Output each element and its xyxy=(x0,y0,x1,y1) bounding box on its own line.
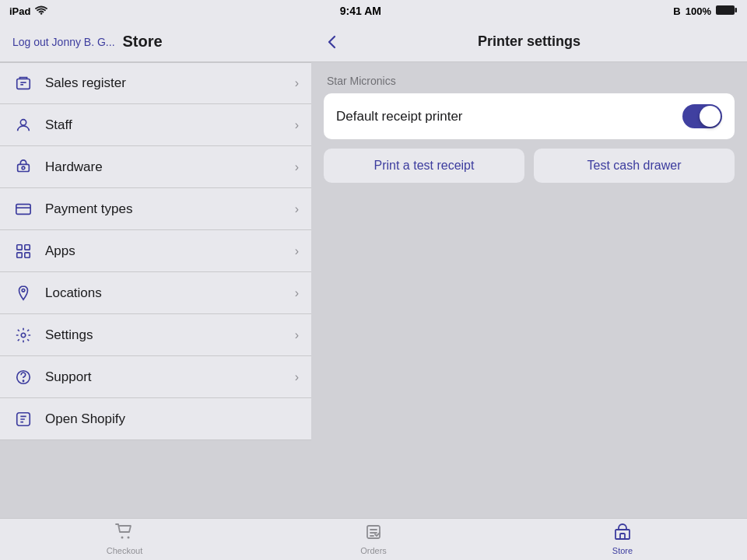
staff-icon xyxy=(12,117,34,134)
sidebar-item-locations[interactable]: Locations › xyxy=(0,272,311,314)
sidebar-item-support[interactable]: Support › xyxy=(0,356,311,398)
sidebar-label-support: Support xyxy=(45,369,295,385)
default-receipt-toggle[interactable] xyxy=(682,104,722,128)
svg-point-14 xyxy=(22,289,25,292)
sidebar-label-apps: Apps xyxy=(45,243,295,259)
support-icon xyxy=(12,369,34,386)
tab-store-label: Store xyxy=(612,546,633,555)
bluetooth-icon: B xyxy=(673,5,680,17)
svg-point-5 xyxy=(20,119,26,124)
action-buttons: Print a test receipt Test cash drawer xyxy=(324,149,735,183)
settings-icon xyxy=(12,327,34,344)
main-layout: Sales register › Staff › Hardware › Paym… xyxy=(0,62,747,518)
print-test-receipt-button[interactable]: Print a test receipt xyxy=(324,149,524,183)
tab-store[interactable]: Store xyxy=(498,523,747,555)
tab-checkout-label: Checkout xyxy=(107,546,142,555)
sidebar-item-hardware[interactable]: Hardware › xyxy=(0,146,311,188)
logout-link[interactable]: Log out Jonny B. G... xyxy=(12,36,115,48)
svg-rect-10 xyxy=(17,244,22,249)
register-icon xyxy=(12,75,34,92)
sidebar-item-apps[interactable]: Apps › xyxy=(0,230,311,272)
chevron-icon: › xyxy=(295,370,299,384)
sidebar-item-staff[interactable]: Staff › xyxy=(0,104,311,146)
sidebar-label-hardware: Hardware xyxy=(45,159,295,175)
status-left: iPad xyxy=(9,5,47,17)
chevron-icon: › xyxy=(295,286,299,300)
sidebar-label-payment-types: Payment types xyxy=(45,201,295,217)
header-left: Log out Jonny B. G... Store xyxy=(0,33,311,51)
shopify-icon xyxy=(12,411,34,428)
sidebar-label-locations: Locations xyxy=(45,285,295,301)
chevron-icon: › xyxy=(295,160,299,174)
sidebar-item-open-shopify[interactable]: Open Shopify xyxy=(0,398,311,440)
page-title: Printer settings xyxy=(478,33,580,50)
cart-icon xyxy=(115,523,134,544)
svg-rect-2 xyxy=(17,79,30,89)
status-right: B 100% xyxy=(673,5,738,18)
svg-rect-1 xyxy=(735,8,738,12)
svg-point-15 xyxy=(21,333,26,338)
chevron-icon: › xyxy=(295,76,299,90)
test-cash-drawer-button[interactable]: Test cash drawer xyxy=(534,149,735,183)
header: Log out Jonny B. G... Store Printer sett… xyxy=(0,22,747,62)
printer-section-label: Star Micronics xyxy=(327,75,735,87)
chevron-icon: › xyxy=(295,118,299,132)
status-time: 9:41 AM xyxy=(340,5,381,17)
default-receipt-row: Default receipt printer xyxy=(324,93,735,139)
wifi-icon xyxy=(35,5,47,17)
tab-checkout[interactable]: Checkout xyxy=(0,523,249,555)
sidebar-label-settings: Settings xyxy=(45,327,295,343)
tab-bar: Checkout Orders Store xyxy=(0,518,747,560)
right-panel: Star Micronics Default receipt printer P… xyxy=(311,62,747,518)
svg-point-20 xyxy=(128,537,130,539)
sidebar-label-staff: Staff xyxy=(45,117,295,133)
svg-rect-13 xyxy=(25,252,30,257)
store-icon xyxy=(614,523,631,544)
tab-orders[interactable]: Orders xyxy=(249,523,498,555)
back-button[interactable] xyxy=(324,33,341,51)
sidebar-label-sales-register: Sales register xyxy=(45,75,295,91)
chevron-icon: › xyxy=(295,244,299,258)
sidebar-item-sales-register[interactable]: Sales register › xyxy=(0,62,311,104)
apps-icon xyxy=(12,243,34,260)
battery-icon xyxy=(716,5,738,18)
chevron-icon: › xyxy=(295,202,299,216)
default-receipt-label: Default receipt printer xyxy=(336,109,463,124)
location-icon xyxy=(12,285,34,302)
svg-point-7 xyxy=(22,166,25,170)
device-label: iPad xyxy=(9,5,30,17)
svg-point-19 xyxy=(121,537,124,539)
sidebar: Sales register › Staff › Hardware › Paym… xyxy=(0,62,311,518)
orders-icon xyxy=(365,523,382,544)
battery-label: 100% xyxy=(686,5,711,17)
chevron-icon: › xyxy=(295,328,299,342)
svg-rect-6 xyxy=(18,164,30,171)
header-right: Printer settings xyxy=(311,33,747,50)
store-title: Store xyxy=(123,33,163,51)
svg-rect-8 xyxy=(16,204,30,214)
svg-rect-11 xyxy=(25,244,30,249)
default-printer-card: Default receipt printer xyxy=(324,93,735,139)
hardware-icon xyxy=(12,159,34,176)
svg-rect-25 xyxy=(615,530,630,539)
svg-rect-0 xyxy=(716,5,735,15)
svg-rect-12 xyxy=(17,252,22,257)
tab-orders-label: Orders xyxy=(360,546,387,555)
status-bar: iPad 9:41 AM B 100% xyxy=(0,0,747,22)
sidebar-label-open-shopify: Open Shopify xyxy=(45,411,299,427)
toggle-knob xyxy=(700,106,721,127)
payment-icon xyxy=(12,201,34,218)
sidebar-item-payment-types[interactable]: Payment types › xyxy=(0,188,311,230)
sidebar-item-settings[interactable]: Settings › xyxy=(0,314,311,356)
svg-rect-26 xyxy=(620,534,625,539)
